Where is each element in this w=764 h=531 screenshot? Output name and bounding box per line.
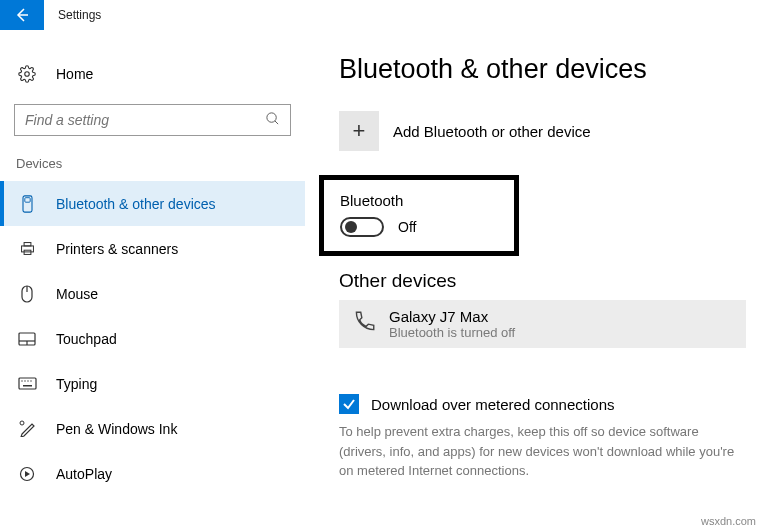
- check-icon: [342, 397, 356, 411]
- pen-icon: [16, 420, 38, 437]
- back-button[interactable]: [0, 0, 44, 30]
- sidebar-item-autoplay[interactable]: AutoPlay: [0, 451, 305, 496]
- svg-point-17: [30, 380, 31, 381]
- sidebar-item-label: Touchpad: [56, 331, 117, 347]
- metered-checkbox-row[interactable]: Download over metered connections: [339, 394, 746, 414]
- printer-icon: [16, 240, 38, 257]
- metered-checkbox[interactable]: [339, 394, 359, 414]
- page-title: Bluetooth & other devices: [339, 54, 746, 85]
- section-header: Devices: [0, 156, 305, 171]
- svg-marker-21: [25, 471, 30, 477]
- plus-icon: +: [353, 118, 366, 144]
- svg-point-15: [24, 380, 25, 381]
- search-input[interactable]: [15, 112, 252, 128]
- svg-point-14: [21, 380, 22, 381]
- toggle-knob: [345, 221, 357, 233]
- mouse-icon: [16, 285, 38, 303]
- svg-rect-3: [23, 195, 32, 211]
- bluetooth-toggle[interactable]: [340, 217, 384, 237]
- bluetooth-toggle-block: Bluetooth Off: [319, 175, 519, 256]
- sidebar-item-label: AutoPlay: [56, 466, 112, 482]
- svg-rect-5: [21, 246, 33, 252]
- sidebar-item-label: Bluetooth & other devices: [56, 196, 216, 212]
- gear-icon: [16, 65, 38, 83]
- sidebar-item-printers[interactable]: Printers & scanners: [0, 226, 305, 271]
- sidebar-item-label: Mouse: [56, 286, 98, 302]
- home-button[interactable]: Home: [0, 54, 305, 94]
- phone-icon: [351, 309, 377, 339]
- autoplay-icon: [16, 466, 38, 482]
- sidebar-item-pen[interactable]: Pen & Windows Ink: [0, 406, 305, 451]
- svg-point-16: [27, 380, 28, 381]
- sidebar-item-label: Pen & Windows Ink: [56, 421, 177, 437]
- sidebar-item-typing[interactable]: Typing: [0, 361, 305, 406]
- metered-help-text: To help prevent extra charges, keep this…: [339, 422, 739, 481]
- sidebar-item-mouse[interactable]: Mouse: [0, 271, 305, 316]
- sidebar-item-label: Typing: [56, 376, 97, 392]
- add-button[interactable]: +: [339, 111, 379, 151]
- search-icon: [265, 111, 280, 130]
- add-device-label: Add Bluetooth or other device: [393, 123, 591, 140]
- content-pane: Bluetooth & other devices + Add Bluetoot…: [305, 30, 764, 531]
- add-device-row[interactable]: + Add Bluetooth or other device: [339, 111, 746, 151]
- home-label: Home: [56, 66, 93, 82]
- touchpad-icon: [16, 332, 38, 346]
- metered-label: Download over metered connections: [371, 396, 614, 413]
- device-item[interactable]: Galaxy J7 Max Bluetooth is turned off: [339, 300, 746, 348]
- bluetooth-icon: [16, 195, 38, 213]
- sidebar-item-label: Printers & scanners: [56, 241, 178, 257]
- arrow-left-icon: [14, 7, 30, 23]
- credit-text: wsxdn.com: [701, 515, 756, 527]
- svg-rect-18: [23, 385, 32, 387]
- device-status: Bluetooth is turned off: [389, 325, 515, 340]
- svg-rect-13: [19, 378, 36, 389]
- svg-line-2: [275, 120, 278, 123]
- svg-point-19: [20, 421, 24, 425]
- other-devices-header: Other devices: [339, 270, 746, 292]
- keyboard-icon: [16, 377, 38, 390]
- bluetooth-state: Off: [398, 219, 416, 235]
- device-name: Galaxy J7 Max: [389, 308, 515, 325]
- bluetooth-label: Bluetooth: [340, 192, 496, 209]
- sidebar: Home Devices Bluetooth & other devices P…: [0, 30, 305, 531]
- search-box[interactable]: [14, 104, 291, 136]
- svg-rect-6: [24, 243, 31, 246]
- svg-rect-4: [24, 197, 29, 202]
- title-bar: Settings: [0, 0, 764, 30]
- sidebar-item-bluetooth[interactable]: Bluetooth & other devices: [0, 181, 305, 226]
- sidebar-item-touchpad[interactable]: Touchpad: [0, 316, 305, 361]
- app-title: Settings: [58, 8, 101, 22]
